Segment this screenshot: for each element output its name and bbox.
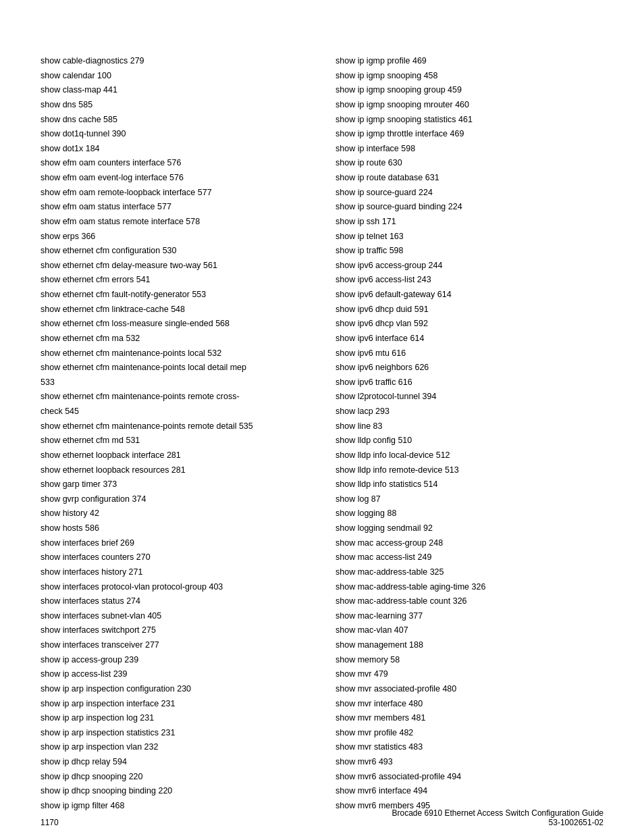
list-item: show l2protocol-tunnel 394 — [336, 390, 603, 404]
list-item: show ethernet cfm loss-measure single-en… — [41, 317, 308, 331]
list-item: show ipv6 dhcp duid 591 — [336, 303, 603, 317]
list-item: show lldp info statistics 514 — [336, 477, 603, 492]
list-item: check 545 — [41, 405, 308, 419]
list-item: show ethernet cfm fault-notify-generator… — [41, 288, 308, 302]
list-item: show ethernet cfm linktrace-cache 548 — [41, 303, 308, 317]
page-number: 1170 — [41, 818, 59, 827]
list-item: show ethernet cfm errors 541 — [41, 273, 308, 287]
list-item: show interfaces status 274 — [41, 594, 308, 608]
list-item: show ipv6 dhcp vlan 592 — [336, 317, 603, 331]
list-item: show mvr statistics 483 — [336, 740, 603, 754]
list-item: show ip igmp snooping mrouter 460 — [336, 98, 603, 112]
list-item: show ethernet cfm delay-measure two-way … — [41, 259, 308, 273]
list-item: show history 42 — [41, 506, 308, 521]
list-item: show ipv6 neighbors 626 — [336, 361, 603, 375]
list-item: show interfaces subnet-vlan 405 — [41, 609, 308, 623]
list-item: show calendar 100 — [41, 69, 308, 83]
list-item: show ethernet cfm maintenance-points rem… — [41, 419, 308, 434]
list-item: show ethernet cfm maintenance-points rem… — [41, 390, 308, 404]
list-item: show efm oam event-log interface 576 — [41, 171, 308, 185]
list-item: show dns 585 — [41, 98, 308, 112]
list-item: show mvr6 associated-profile 494 — [336, 770, 603, 784]
list-item: show ipv6 mtu 616 — [336, 346, 603, 361]
list-item: show gvrp configuration 374 — [41, 492, 308, 506]
list-item: show interfaces history 271 — [41, 565, 308, 579]
list-item: show ip arp inspection configuration 230 — [41, 682, 308, 696]
list-item: show mvr6 493 — [336, 755, 603, 769]
list-item: show ip igmp throttle interface 469 — [336, 127, 603, 141]
list-item: show erps 366 — [41, 230, 308, 244]
list-item: show ipv6 access-list 243 — [336, 273, 603, 287]
list-item: show mvr profile 482 — [336, 726, 603, 740]
footer: 1170 Brocade 6910 Ethernet Access Switch… — [41, 808, 603, 827]
list-item: show ip dhcp snooping binding 220 — [41, 784, 308, 798]
list-item: show ethernet cfm maintenance-points loc… — [41, 346, 308, 361]
list-item: show ethernet cfm maintenance-points loc… — [41, 361, 308, 375]
list-item: show ethernet cfm md 531 — [41, 434, 308, 448]
list-item: show efm oam remote-loopback interface 5… — [41, 186, 308, 200]
list-item: show ethernet cfm ma 532 — [41, 332, 308, 346]
list-item: show ipv6 traffic 616 — [336, 375, 603, 390]
list-item: show mvr interface 480 — [336, 697, 603, 711]
list-item: show ip telnet 163 — [336, 230, 603, 244]
list-item: show mac-address-table count 326 — [336, 594, 603, 608]
list-item: show interfaces switchport 275 — [41, 623, 308, 637]
list-item: show logging sendmail 92 — [336, 521, 603, 536]
list-item: show mvr 479 — [336, 667, 603, 681]
list-item: show ipv6 access-group 244 — [336, 259, 603, 273]
list-item: show lldp info local-device 512 — [336, 448, 603, 463]
list-item: show ipv6 interface 614 — [336, 332, 603, 346]
list-item: show mac access-list 249 — [336, 550, 603, 565]
list-item: show ethernet loopback interface 281 — [41, 448, 308, 463]
list-item: show interfaces protocol-vlan protocol-g… — [41, 580, 308, 594]
list-item: show ip source-guard binding 224 — [336, 200, 603, 214]
list-item: show ip arp inspection interface 231 — [41, 697, 308, 711]
list-item: show ip igmp snooping group 459 — [336, 83, 603, 97]
list-item: show memory 58 — [336, 653, 603, 667]
list-item: show ip interface 598 — [336, 142, 603, 156]
list-item: show ip access-group 239 — [41, 653, 308, 667]
list-item: show line 83 — [336, 419, 603, 434]
list-item: show ip route database 631 — [336, 171, 603, 185]
list-item: show ip igmp snooping 458 — [336, 69, 603, 83]
list-item: show efm oam counters interface 576 — [41, 156, 308, 170]
footer-right: Brocade 6910 Ethernet Access Switch Conf… — [392, 808, 603, 827]
list-item: show ip igmp snooping statistics 461 — [336, 113, 603, 127]
list-item: show dns cache 585 — [41, 113, 308, 127]
list-item: show log 87 — [336, 492, 603, 506]
list-item: show ethernet cfm configuration 530 — [41, 244, 308, 258]
list-item: show ethernet loopback resources 281 — [41, 463, 308, 477]
list-item: show mvr associated-profile 480 — [336, 682, 603, 696]
list-item: show dot1q-tunnel 390 — [41, 127, 308, 141]
footer-subtitle: 53-1002651-02 — [392, 818, 603, 827]
list-item: show hosts 586 — [41, 521, 308, 536]
list-item: show ip traffic 598 — [336, 244, 603, 258]
list-item: show ip dhcp snooping 220 — [41, 770, 308, 784]
list-item: show lldp info remote-device 513 — [336, 463, 603, 477]
list-item: show ip arp inspection statistics 231 — [41, 726, 308, 740]
list-item: show mac-address-table 325 — [336, 565, 603, 579]
right-column: show ip igmp profile 469show ip igmp sno… — [336, 54, 603, 814]
list-item: show ip access-list 239 — [41, 667, 308, 681]
footer-title: Brocade 6910 Ethernet Access Switch Conf… — [392, 808, 603, 818]
list-item: show mac-learning 377 — [336, 609, 603, 623]
list-item: show logging 88 — [336, 506, 603, 521]
list-item: show interfaces brief 269 — [41, 536, 308, 550]
left-column: show cable-diagnostics 279show calendar … — [41, 54, 308, 814]
list-item: show interfaces counters 270 — [41, 550, 308, 565]
list-item: 533 — [41, 375, 308, 390]
list-item: show ip ssh 171 — [336, 215, 603, 229]
list-item: show mac access-group 248 — [336, 536, 603, 550]
list-item: show mac-vlan 407 — [336, 623, 603, 637]
list-item: show lacp 293 — [336, 405, 603, 419]
list-item: show ip source-guard 224 — [336, 186, 603, 200]
content-area: show cable-diagnostics 279show calendar … — [41, 54, 603, 814]
list-item: show ip igmp profile 469 — [336, 54, 603, 68]
list-item: show efm oam status remote interface 578 — [41, 215, 308, 229]
list-item: show efm oam status interface 577 — [41, 200, 308, 214]
list-item: show ipv6 default-gateway 614 — [336, 288, 603, 302]
list-item: show dot1x 184 — [41, 142, 308, 156]
list-item: show cable-diagnostics 279 — [41, 54, 308, 68]
list-item: show mvr members 481 — [336, 711, 603, 725]
list-item: show ip arp inspection log 231 — [41, 711, 308, 725]
